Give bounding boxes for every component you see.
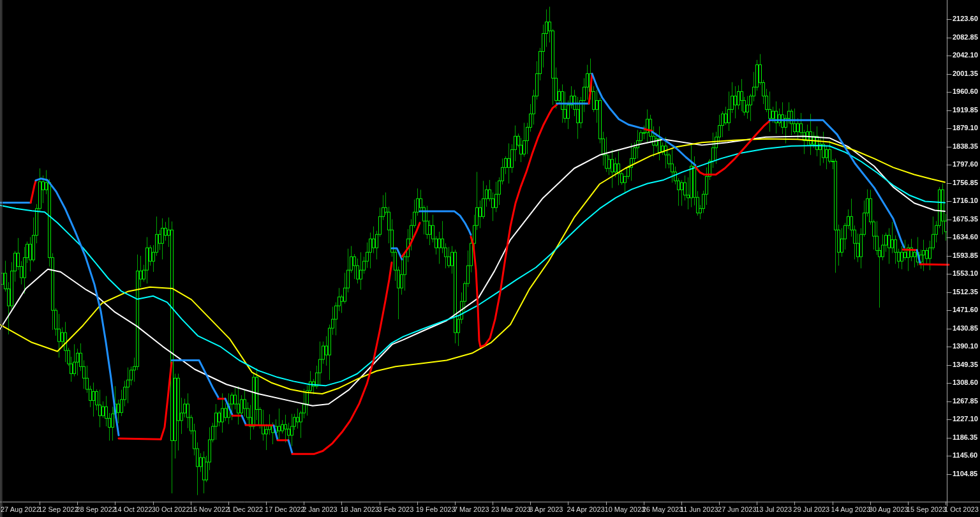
price-label: 1879.10 <box>953 124 978 131</box>
price-label: 2123.60 <box>953 15 978 22</box>
price-label: 1675.35 <box>953 215 978 223</box>
price-label: 1797.60 <box>953 160 978 168</box>
date-label: 3 Feb 2023 <box>378 506 414 513</box>
price-label: 2001.35 <box>953 70 978 77</box>
price-label: 1593.85 <box>953 251 978 259</box>
date-label: 24 Apr 2023 <box>567 506 604 513</box>
date-label: 10 May 2023 <box>605 506 646 513</box>
price-label: 1349.35 <box>953 361 978 368</box>
price-label: 1838.35 <box>953 142 978 150</box>
date-label: 30 Aug 2023 <box>869 506 909 513</box>
date-label: 18 Jan 2023 <box>340 506 379 513</box>
trading-chart-window: 2123.602082.852042.102001.351960.601919.… <box>0 0 980 517</box>
price-label: 1919.85 <box>953 106 978 114</box>
date-label: 1 Dec 2022 <box>227 506 263 513</box>
price-label: 2082.85 <box>953 33 978 41</box>
date-label: 2 Jan 2023 <box>302 506 337 513</box>
date-label: 17 Dec 2022 <box>265 506 304 513</box>
price-label: 1145.60 <box>953 451 977 459</box>
window-left-border <box>1 0 1 517</box>
date-label: 29 Jul 2023 <box>793 506 829 513</box>
price-label: 1430.85 <box>953 324 978 332</box>
date-label: 27 Jun 2023 <box>718 506 757 513</box>
price-label: 1104.85 <box>953 470 977 477</box>
price-label: 1512.35 <box>953 288 978 296</box>
date-label: 30 Oct 2022 <box>152 506 190 513</box>
price-label: 1308.60 <box>953 378 978 386</box>
date-label: 27 Aug 2022 <box>1 506 40 513</box>
window-left-border-shade <box>2 0 3 517</box>
date-label: 13 Jul 2023 <box>755 506 792 513</box>
price-label: 1267.85 <box>953 397 978 405</box>
price-label: 1716.10 <box>953 197 978 204</box>
date-label: 23 Mar 2023 <box>491 506 531 513</box>
date-label: 15 Nov 2022 <box>189 506 229 513</box>
date-label: 11 Jun 2023 <box>680 506 718 513</box>
price-label: 1634.60 <box>953 233 978 241</box>
date-label: 14 Oct 2022 <box>114 506 152 513</box>
date-label: 1 Oct 2023 <box>944 506 979 513</box>
price-chart-canvas[interactable] <box>0 0 980 517</box>
price-label: 1756.85 <box>953 179 978 186</box>
price-label: 1227.10 <box>953 415 978 423</box>
date-label: 12 Sep 2022 <box>38 506 78 513</box>
date-label: 26 May 2023 <box>642 506 683 513</box>
date-label: 14 Aug 2023 <box>831 506 871 513</box>
date-label: 19 Feb 2023 <box>416 506 456 513</box>
price-label: 1960.60 <box>953 87 978 95</box>
price-label: 1390.10 <box>953 342 978 350</box>
date-label: 8 Apr 2023 <box>529 506 563 513</box>
price-label: 1186.35 <box>953 433 977 441</box>
date-label: 15 Sep 2023 <box>907 506 946 513</box>
price-label: 1553.10 <box>953 269 978 277</box>
date-label: 28 Sep 2022 <box>76 506 115 513</box>
price-label: 2042.10 <box>953 51 978 59</box>
date-label: 7 Mar 2023 <box>454 506 489 513</box>
price-label: 1471.60 <box>953 306 978 313</box>
